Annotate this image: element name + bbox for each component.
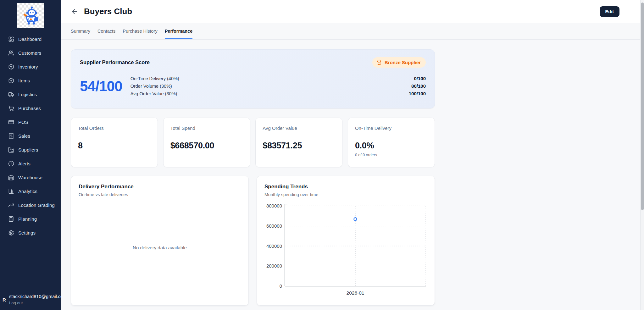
stat-label: Total Spend [170,125,243,131]
svg-text:0: 0 [280,283,282,289]
sidebar-item-dashboard[interactable]: Dashboard [0,32,61,46]
shopping-cart-icon [8,105,14,111]
stat-value: 8 [78,141,151,151]
stat-label: Avg Order Value [263,125,335,131]
tab-purchase-history[interactable]: Purchase History [123,23,157,39]
stat-subtext: 0 of 0 orders [355,153,428,157]
stat-label: Total Orders [78,125,151,131]
supplier-performance-score-panel: Supplier Performance Score Bronze Suppli… [71,49,435,108]
sidebar-item-warehouse[interactable]: Warehouse [0,170,61,184]
tab-contacts[interactable]: Contacts [97,23,115,39]
arrow-left-icon [71,8,78,15]
stat-card-on-time-delivery: On-Time Delivery 0.0% 0 of 0 orders [348,118,435,167]
stat-value: $83571.25 [263,141,335,151]
sidebar-item-logistics[interactable]: Logistics [0,87,61,101]
score-panel-title: Supplier Performance Score [80,59,150,65]
sidebar-item-alerts[interactable]: Alerts [0,157,61,170]
sidebar-item-label: POS [18,119,28,125]
back-button[interactable] [70,7,79,16]
factory-icon [8,147,14,153]
scrollbar-thumb[interactable] [641,3,644,210]
stat-value: $668570.00 [170,141,243,151]
stat-cards-row: Total Orders 8 Total Spend $668570.00 Av… [71,118,435,167]
app-logo [17,3,44,28]
panel-subtitle: On-time vs late deliveries [79,192,241,197]
trending-up-icon [8,202,14,208]
sidebar-item-suppliers[interactable]: Suppliers [0,143,61,157]
vertical-scrollbar[interactable] [640,0,644,310]
sidebar-item-label: Logistics [18,92,37,97]
box-icon [8,78,14,84]
app-root: Dashboard Customers Inventory Items [0,0,644,310]
score-row-value: 0/100 [414,76,426,81]
receipt-icon [8,133,14,139]
sidebar-item-label: Customers [18,50,41,56]
svg-text:800000: 800000 [266,203,282,208]
svg-text:600000: 600000 [266,223,282,229]
sidebar-item-planning[interactable]: Planning [0,212,61,226]
sidebar-item-label: Items [18,78,30,83]
svg-text:400000: 400000 [266,243,282,249]
sidebar-item-location-grading[interactable]: Location Grading [0,198,61,212]
sidebar-item-analytics[interactable]: Analytics [0,184,61,198]
score-row-label: Avg Order Value (30%) [130,91,177,96]
sidebar-item-pos[interactable]: POS [0,115,61,129]
score-row-value: 100/100 [409,91,426,96]
score-row-on-time-delivery: On-Time Delivery (40%) 0/100 [130,76,426,81]
tab-performance[interactable]: Performance [165,23,193,39]
sidebar-item-sales[interactable]: Sales [0,129,61,143]
sidebar-item-customers[interactable]: Customers [0,46,61,60]
score-row-label: Order Volume (30%) [130,84,172,89]
avatar: R [3,297,7,302]
truck-icon [8,91,14,97]
sidebar-item-label: Settings [18,230,36,235]
score-row-order-volume: Order Volume (30%) 80/100 [130,83,426,89]
panel-title: Spending Trends [264,184,427,190]
spending-chart-wrap: 02000004000006000008000002026-01 [264,202,427,296]
sidebar-item-label: Suppliers [18,147,38,152]
logout-link[interactable]: Log out [9,301,23,305]
sidebar-item-label: Location Grading [18,202,55,208]
sidebar-nav: Dashboard Customers Inventory Items [0,32,61,290]
gear-icon [8,230,14,236]
sidebar-item-label: Warehouse [18,175,42,180]
sidebar-item-settings[interactable]: Settings [0,226,61,240]
warehouse-icon [8,174,14,180]
sidebar-item-label: Purchases [18,106,41,111]
panel-title: Delivery Performance [79,184,241,190]
user-box: R stackrichard810@gmail.com Log out [0,290,61,310]
svg-text:2026-01: 2026-01 [347,290,364,296]
sidebar-item-label: Dashboard [18,36,42,42]
user-email: stackrichard810@gmail.com [9,294,61,299]
alert-circle-icon [8,161,14,167]
edit-button[interactable]: Edit [600,6,619,17]
spending-trends-panel: Spending Trends Monthly spending over ti… [257,176,435,306]
sidebar-item-label: Sales [18,133,30,139]
sidebar-item-purchases[interactable]: Purchases [0,101,61,115]
dashboard-icon [8,36,14,42]
tab-summary[interactable]: Summary [71,23,90,39]
panel-subtitle: Monthly spending over time [264,192,427,197]
spending-trends-chart: 02000004000006000008000002026-01 [264,202,428,296]
sidebar-item-items[interactable]: Items [0,74,61,87]
bar-chart-icon [8,188,14,194]
delivery-performance-panel: Delivery Performance On-time vs late del… [71,176,249,306]
sidebar-item-label: Planning [18,216,37,222]
main-area: Buyers Club Edit Summary Contacts Purcha… [61,0,644,310]
score-row-label: On-Time Delivery (40%) [130,76,179,81]
sidebar-item-inventory[interactable]: Inventory [0,60,61,74]
stat-label: On-Time Delivery [355,125,428,131]
svg-text:200000: 200000 [266,263,282,268]
sidebar: Dashboard Customers Inventory Items [0,0,61,310]
charts-row: Delivery Performance On-time vs late del… [71,176,435,306]
stat-value: 0.0% [355,141,428,151]
empty-state-message: No delivery data available [133,245,187,250]
sidebar-item-label: Inventory [18,64,38,69]
calculator-icon [8,216,14,222]
robot-cart-logo-icon [20,6,41,26]
score-row-value: 80/100 [411,83,426,89]
sidebar-item-label: Analytics [18,189,37,194]
tab-bar: Summary Contacts Purchase History Perfor… [61,23,644,40]
award-medal-icon [376,59,382,65]
stat-card-total-spend: Total Spend $668570.00 [163,118,250,167]
